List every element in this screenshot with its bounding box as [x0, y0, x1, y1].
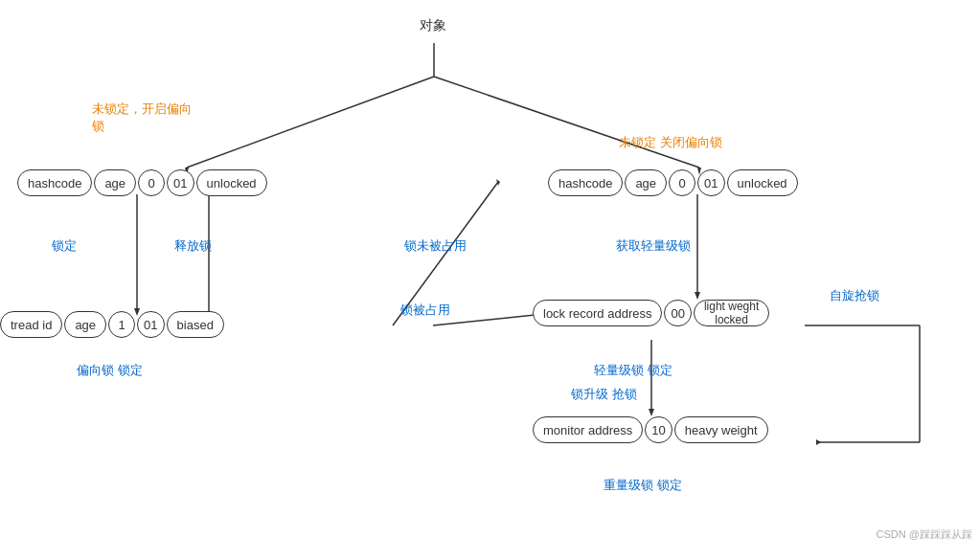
svg-marker-14	[695, 292, 700, 300]
label-release-lock: 释放锁	[174, 237, 212, 255]
box-0-l1: 0	[138, 169, 165, 196]
box-hashcode-l1: hashcode	[17, 169, 92, 196]
box-10-r3: 10	[645, 416, 672, 443]
label-spin-lock: 自旋抢锁	[830, 287, 879, 304]
box-unlocked-l1: unlocked	[196, 169, 267, 196]
box-age-l1: age	[94, 169, 136, 196]
svg-line-2	[434, 77, 699, 168]
label-unlocked-biased-off: 未锁定 关闭偏向锁	[619, 134, 722, 151]
footer-label: CSDN @踩踩踩从踩	[877, 527, 972, 542]
diagram: 对象 未锁定，开启偏向 锁 未锁定 关闭偏向锁 hashcode age 0 0…	[0, 0, 980, 546]
svg-marker-10	[496, 179, 500, 186]
svg-line-1	[187, 77, 434, 168]
svg-marker-20	[816, 439, 821, 445]
object-label: 对象	[420, 17, 446, 34]
box-biased-l2: biased	[167, 311, 224, 338]
label-light-lock-locked: 轻量级锁 锁定	[594, 362, 672, 379]
box-treadid-l2: tread id	[0, 311, 62, 338]
label-lock-not-occupied: 锁未被占用	[404, 237, 467, 255]
svg-marker-16	[649, 409, 654, 416]
box-light-locked-r2: light weghtlocked	[694, 300, 769, 326]
box-00-r2: 00	[664, 300, 691, 326]
label-lock-acquired: 锁定	[52, 237, 77, 255]
label-get-light-lock: 获取轻量级锁	[616, 237, 691, 255]
box-age-l2: age	[64, 311, 106, 338]
box-lock-record-addr: lock record address	[533, 300, 662, 326]
row2-left: tread id age 1 01 biased	[0, 311, 224, 338]
row1-left: hashcode age 0 01 unlocked	[17, 169, 267, 196]
box-heavy-weight: heavy weight	[674, 416, 768, 443]
box-01-l2: 01	[137, 311, 164, 338]
box-01-l1: 01	[167, 169, 194, 196]
arrows-svg	[0, 0, 980, 546]
box-age-r1: age	[625, 169, 667, 196]
row3-right: monitor address 10 heavy weight	[533, 416, 768, 443]
box-unlocked-r1: unlocked	[727, 169, 798, 196]
row1-right: hashcode age 0 01 unlocked	[548, 169, 798, 196]
box-01-r1: 01	[697, 169, 724, 196]
label-unlocked-biased-on: 未锁定，开启偏向 锁	[92, 101, 192, 135]
label-lock-occupied: 锁被占用	[400, 302, 450, 319]
box-monitor-addr: monitor address	[533, 416, 643, 443]
row2-right: lock record address 00 light weghtlocked	[533, 300, 769, 326]
box-1-l2: 1	[108, 311, 135, 338]
label-biased-lock-locked: 偏向锁 锁定	[77, 362, 143, 379]
box-0-r1: 0	[669, 169, 695, 196]
box-hashcode-r1: hashcode	[548, 169, 623, 196]
label-upgrade-spin: 锁升级 抢锁	[571, 386, 637, 403]
label-heavy-lock-locked: 重量级锁 锁定	[604, 477, 682, 494]
